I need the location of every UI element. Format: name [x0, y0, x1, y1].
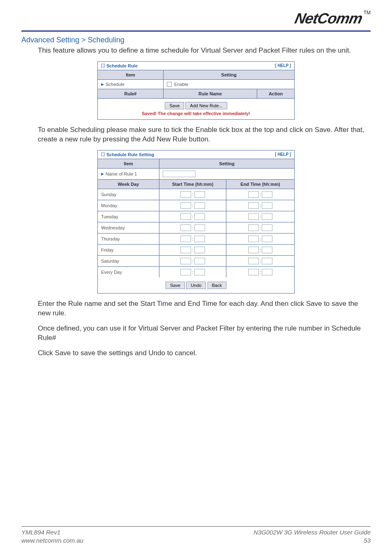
time-colon: :	[260, 270, 261, 275]
time-colon: :	[192, 259, 193, 264]
time-colon: :	[192, 214, 193, 219]
save-button[interactable]: Save	[165, 102, 184, 109]
panel-header: Schedule Rule [ HELP ]	[98, 62, 294, 70]
outro-text-1: Enter the Rule name and set the Start Ti…	[38, 299, 371, 318]
end-hh-input[interactable]	[248, 191, 259, 198]
start-time-cell: :	[159, 211, 226, 222]
start-hh-input[interactable]	[180, 202, 191, 209]
panel-icon	[101, 153, 105, 156]
col-item: Item	[98, 70, 164, 79]
schedule-label-cell: ▶ Schedule	[98, 80, 164, 89]
start-time-cell: :	[159, 200, 226, 211]
day-row: Saturday::	[98, 256, 294, 267]
schedule-label: Schedule	[106, 82, 125, 87]
footer-rev: YML894 Rev1	[21, 528, 83, 536]
start-hh-input[interactable]	[180, 247, 191, 253]
end-hh-input[interactable]	[248, 269, 259, 275]
end-mm-input[interactable]	[262, 202, 272, 209]
end-hh-input[interactable]	[248, 202, 259, 209]
panel-title: Schedule Rule	[106, 63, 138, 68]
day-row: Every Day::	[98, 267, 294, 278]
end-mm-input[interactable]	[262, 236, 272, 242]
end-mm-input[interactable]	[262, 269, 272, 275]
start-hh-input[interactable]	[180, 258, 191, 264]
start-mm-input[interactable]	[194, 202, 205, 209]
end-time-cell: :	[226, 234, 294, 244]
start-mm-input[interactable]	[194, 247, 205, 253]
col-setting: Setting	[164, 70, 294, 79]
mid-text: To enable Scheduling please make sure to…	[38, 125, 371, 144]
help-link[interactable]: [ HELP ]	[275, 152, 291, 157]
col-weekday: Week Day	[98, 180, 159, 189]
col-rule-name: Rule Name	[164, 89, 257, 98]
end-hh-input[interactable]	[248, 224, 259, 231]
time-colon: :	[192, 270, 193, 275]
add-new-rule-button[interactable]: Add New Rule...	[185, 102, 227, 109]
panel2-title: Schedule Rule Setting	[106, 152, 154, 157]
day-label: Thursday	[98, 234, 159, 244]
time-colon: :	[260, 192, 261, 197]
end-hh-input[interactable]	[248, 236, 259, 242]
start-mm-input[interactable]	[194, 258, 205, 264]
start-mm-input[interactable]	[194, 269, 205, 275]
end-mm-input[interactable]	[262, 258, 272, 264]
rule-name-input[interactable]	[163, 171, 196, 177]
start-hh-input[interactable]	[180, 224, 191, 231]
intro-text: This feature allows you to define a time…	[38, 46, 371, 56]
start-mm-input[interactable]	[194, 236, 205, 242]
footer-right: N3G002W 3G Wireless Router User Guide 53	[254, 528, 371, 544]
panel2-title-wrap: Schedule Rule Setting	[101, 152, 154, 157]
enable-checkbox[interactable]	[167, 82, 172, 87]
start-mm-input[interactable]	[194, 224, 205, 231]
footer-guide: N3G002W 3G Wireless Router User Guide	[254, 528, 371, 536]
footer-divider	[21, 526, 371, 527]
end-mm-input[interactable]	[262, 191, 272, 198]
start-time-cell: :	[159, 222, 226, 233]
start-hh-input[interactable]	[180, 269, 191, 275]
undo-button[interactable]: Undo	[186, 282, 206, 289]
end-mm-input[interactable]	[262, 213, 272, 220]
day-label: Wednesday	[98, 222, 159, 233]
back-button[interactable]: Back	[208, 282, 226, 289]
panel-icon	[101, 64, 105, 67]
end-mm-input[interactable]	[262, 224, 272, 231]
footer-left: YML894 Rev1 www.netcomm.com.au	[21, 528, 83, 544]
end-time-cell: :	[226, 200, 294, 211]
brand-logo: NetComm	[293, 10, 364, 27]
start-hh-input[interactable]	[180, 236, 191, 242]
day-row: Tuesday::	[98, 211, 294, 222]
start-time-cell: :	[159, 189, 226, 200]
outro-text-2: Once defined, you can use it for Virtual…	[38, 324, 371, 343]
end-mm-input[interactable]	[262, 247, 272, 253]
panel-title-wrap: Schedule Rule	[101, 63, 138, 68]
day-row: Monday::	[98, 200, 294, 211]
day-row: Sunday::	[98, 189, 294, 200]
page-footer: YML894 Rev1 www.netcomm.com.au N3G002W 3…	[21, 526, 371, 544]
start-mm-input[interactable]	[194, 213, 205, 220]
save-button[interactable]: Save	[166, 282, 185, 289]
panel2-header: Schedule Rule Setting [ HELP ]	[98, 150, 294, 159]
start-time-cell: :	[159, 256, 226, 266]
end-hh-input[interactable]	[248, 213, 259, 220]
start-hh-input[interactable]	[180, 191, 191, 198]
col-setting2: Setting	[159, 159, 294, 168]
schedule-rule-setting-panel: Schedule Rule Setting [ HELP ] Item Sett…	[97, 150, 295, 294]
col-start: Start Time (hh:mm)	[159, 180, 226, 189]
enable-label: Enable	[174, 82, 188, 87]
start-hh-input[interactable]	[180, 213, 191, 220]
help-link[interactable]: [ HELP ]	[275, 63, 291, 68]
trademark-icon: TM	[364, 10, 371, 16]
brand-logo-text: NetComm	[293, 10, 364, 27]
start-mm-input[interactable]	[194, 191, 205, 198]
end-hh-input[interactable]	[248, 258, 259, 264]
col-item2: Item	[98, 159, 159, 168]
day-label: Every Day	[98, 267, 159, 278]
outro-text-3: Click Save to save the settings and Undo…	[38, 349, 371, 358]
end-hh-input[interactable]	[248, 247, 259, 253]
schedule-rule-panel: Schedule Rule [ HELP ] Item Setting ▶ Sc…	[97, 61, 295, 120]
time-colon: :	[192, 203, 193, 208]
end-time-cell: :	[226, 189, 294, 200]
start-time-cell: :	[159, 234, 226, 244]
day-label: Saturday	[98, 256, 159, 266]
time-colon: :	[192, 192, 193, 197]
